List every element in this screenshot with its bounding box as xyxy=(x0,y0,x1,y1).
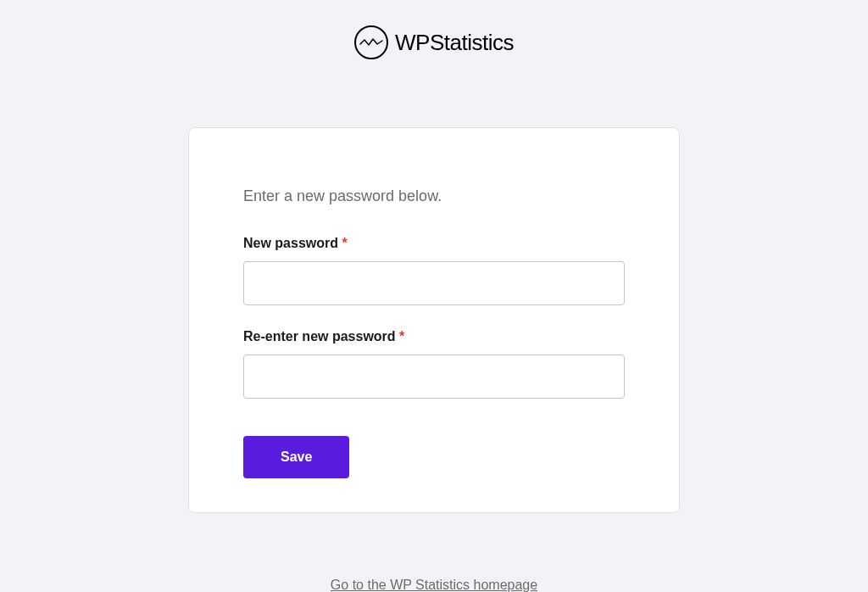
reenter-password-group: Re-enter new password * xyxy=(243,329,625,399)
new-password-label: New password * xyxy=(243,236,625,251)
logo-icon xyxy=(354,25,388,59)
reenter-password-input[interactable] xyxy=(243,355,625,399)
homepage-link[interactable]: Go to the WP Statistics homepage xyxy=(331,578,537,592)
required-marker: * xyxy=(399,329,404,343)
required-marker: * xyxy=(342,236,347,250)
logo: WPStatistics xyxy=(354,25,514,59)
instruction-text: Enter a new password below. xyxy=(243,187,625,205)
reenter-password-label: Re-enter new password * xyxy=(243,329,625,344)
logo-text: WPStatistics xyxy=(395,30,514,56)
new-password-input[interactable] xyxy=(243,261,625,305)
new-password-group: New password * xyxy=(243,236,625,305)
save-button[interactable]: Save xyxy=(243,436,349,478)
password-reset-card: Enter a new password below. New password… xyxy=(188,127,680,513)
